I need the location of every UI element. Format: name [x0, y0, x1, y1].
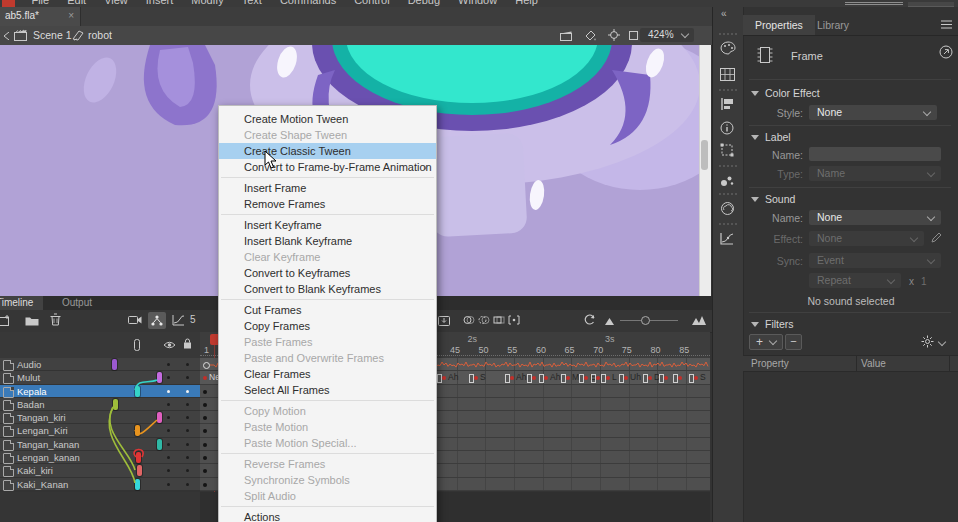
menu-help[interactable]: Help	[506, 0, 547, 7]
menu-view[interactable]: View	[95, 0, 137, 7]
label-name-input[interactable]	[809, 147, 941, 161]
graph-editor-icon[interactable]	[172, 314, 185, 326]
menu-modify[interactable]: Modify	[182, 0, 232, 7]
lock-dot[interactable]	[186, 376, 189, 379]
menu-debug[interactable]: Debug	[399, 0, 449, 7]
parent-marker[interactable]	[136, 452, 141, 463]
menu-item-cut-frames[interactable]: Cut Frames	[219, 302, 436, 318]
lock-column-icon[interactable]	[183, 338, 192, 349]
visibility-column-eye-icon[interactable]	[163, 341, 176, 349]
menu-item-insert-blank-keyframe[interactable]: Insert Blank Keyframe	[219, 233, 436, 249]
color-panel-icon[interactable]	[720, 41, 736, 59]
clip-bounds-icon[interactable]	[628, 30, 639, 41]
swatches-panel-icon[interactable]	[720, 67, 735, 85]
remove-filter-button[interactable]: −	[785, 334, 802, 350]
new-layer-icon[interactable]	[0, 314, 11, 327]
sound-name-select[interactable]: None	[809, 210, 941, 225]
menu-insert[interactable]: Insert	[137, 0, 183, 7]
section-color-effect[interactable]: Color Effect	[751, 87, 820, 99]
creative-cloud-panel-icon[interactable]	[720, 201, 735, 219]
layer-row-kepala[interactable]: Kepala	[0, 385, 200, 398]
edit-sound-envelope-pencil-icon[interactable]	[931, 232, 942, 243]
align-panel-icon[interactable]	[720, 97, 734, 115]
layer-row-lengan_kanan[interactable]: Lengan_kanan	[0, 451, 200, 464]
menu-item-create-classic-tween[interactable]: Create Classic Tween	[219, 143, 436, 159]
menu-item-clear-frames[interactable]: Clear Frames	[219, 366, 436, 382]
parent-marker[interactable]	[135, 386, 140, 397]
lock-dot[interactable]	[186, 403, 189, 406]
visibility-dot[interactable]	[167, 376, 170, 379]
menu-item-convert-to-frame-by-frame-animation[interactable]: Convert to Frame-by-Frame Animation›	[219, 159, 436, 175]
zoom-in-timeline-icon[interactable]	[692, 316, 706, 325]
visibility-dot[interactable]	[167, 363, 170, 366]
parent-marker[interactable]	[135, 425, 140, 436]
onion-skin-outline-icon[interactable]	[478, 315, 490, 325]
layer-row-audio[interactable]: Audio	[0, 358, 200, 371]
brush-library-panel-icon[interactable]	[720, 173, 734, 191]
menu-commands[interactable]: Commands	[271, 0, 345, 7]
parent-marker[interactable]	[157, 439, 162, 450]
menu-item-actions[interactable]: Actions	[219, 509, 436, 522]
stage-vscrollbar[interactable]	[699, 45, 711, 296]
menu-edit[interactable]: Edit	[58, 0, 95, 7]
lock-dot[interactable]	[186, 469, 189, 472]
collapse-panels-icon[interactable]: «	[721, 8, 727, 19]
menu-item-copy-frames[interactable]: Copy Frames	[219, 318, 436, 334]
lock-dot[interactable]	[186, 429, 189, 432]
stage-vscrollbar-thumb[interactable]	[701, 140, 708, 170]
marker-range-icon[interactable]	[508, 315, 520, 325]
scene-breadcrumb[interactable]: Scene 1	[33, 29, 72, 41]
visibility-dot[interactable]	[167, 429, 170, 432]
edit-multiple-frames-icon[interactable]	[493, 315, 505, 325]
back-arrow-icon[interactable]	[3, 32, 10, 40]
section-sound[interactable]: Sound	[751, 193, 795, 205]
lock-dot[interactable]	[186, 483, 189, 486]
layer-row-kaki_kiri[interactable]: Kaki_kiri	[0, 464, 200, 477]
menu-text[interactable]: Text	[233, 0, 271, 7]
tab-timeline[interactable]: Timeline	[0, 296, 43, 310]
parent-marker[interactable]	[112, 359, 117, 370]
visibility-dot[interactable]	[167, 390, 170, 393]
section-label[interactable]: Label	[751, 131, 791, 143]
app-logo-icon[interactable]	[2, 0, 15, 7]
visibility-dot[interactable]	[167, 469, 170, 472]
menu-item-convert-to-keyframes[interactable]: Convert to Keyframes	[219, 265, 436, 281]
visibility-dot[interactable]	[167, 456, 170, 459]
document-tab[interactable]: ab5.fla* ×	[0, 7, 81, 26]
parent-marker[interactable]	[113, 399, 118, 410]
menu-item-create-motion-tween[interactable]: Create Motion Tween	[219, 111, 436, 127]
show-parenting-view-button[interactable]	[148, 312, 166, 329]
lock-dot[interactable]	[186, 363, 189, 366]
layer-row-tangan_kiri[interactable]: Tangan_kiri	[0, 411, 200, 424]
lock-dot[interactable]	[186, 416, 189, 419]
filter-options-button[interactable]	[921, 335, 934, 348]
onion-skin-icon[interactable]	[463, 315, 475, 325]
visibility-dot[interactable]	[167, 443, 170, 446]
visibility-dot[interactable]	[167, 403, 170, 406]
paint-fill-icon[interactable]	[584, 29, 597, 41]
parent-marker[interactable]	[137, 465, 142, 476]
center-frame-icon[interactable]	[437, 314, 451, 327]
info-panel-icon[interactable]	[720, 121, 734, 139]
new-folder-icon[interactable]	[25, 315, 39, 326]
parent-marker[interactable]	[135, 479, 140, 490]
tab-library[interactable]: Library	[805, 15, 861, 35]
zoom-out-timeline-icon[interactable]	[605, 318, 614, 325]
menu-control[interactable]: Control	[345, 0, 398, 7]
workspace-switcher[interactable]	[845, 0, 903, 7]
panel-menu-icon[interactable]	[941, 20, 952, 29]
motion-editor-panel-icon[interactable]	[720, 231, 734, 249]
layer-row-kaki_kanan[interactable]: Kaki_Kanan	[0, 478, 200, 491]
crosshair-icon[interactable]	[608, 29, 620, 41]
lock-dot[interactable]	[186, 390, 189, 393]
expand-arrow-icon[interactable]	[939, 45, 953, 59]
visibility-dot[interactable]	[167, 483, 170, 486]
parent-marker[interactable]	[157, 412, 162, 423]
close-tab-icon[interactable]: ×	[68, 10, 74, 21]
menu-file[interactable]: File	[22, 0, 58, 7]
menu-window[interactable]: Window	[449, 0, 506, 7]
layer-row-lengan_kiri[interactable]: Lengan_Kiri	[0, 424, 200, 437]
symbol-breadcrumb[interactable]: robot	[88, 29, 112, 41]
timeline-zoom-slider-knob[interactable]	[641, 316, 650, 325]
edit-clapper-icon[interactable]	[560, 30, 573, 41]
